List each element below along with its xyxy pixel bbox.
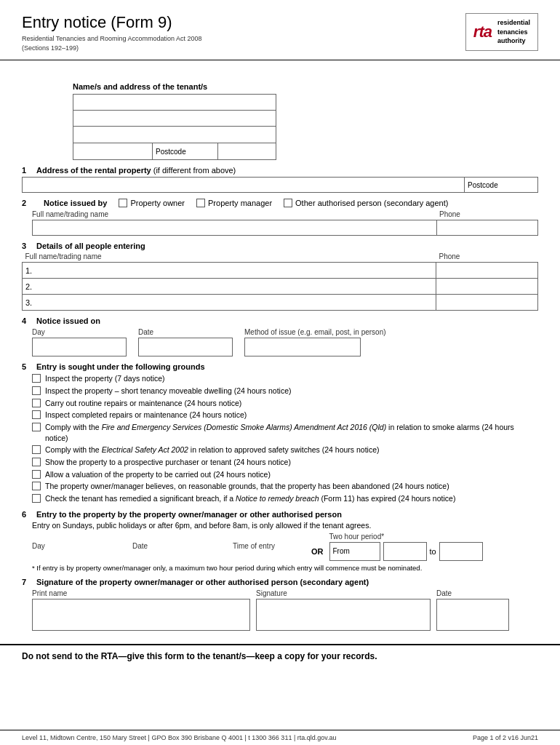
table-row: 2. <box>23 279 538 295</box>
section3-table: Full name/trading name Phone 1. 2. <box>22 252 538 311</box>
section6-time: Time of entry <box>233 542 305 551</box>
ground-1-checkbox[interactable] <box>32 374 41 383</box>
ground-7-text: Show the property to a prospective purch… <box>45 457 291 468</box>
section2-fullname-label: Full name/trading name <box>32 210 108 218</box>
property-manager-label: Property manager <box>208 199 272 207</box>
ground-1-text: Inspect the property (7 days notice) <box>45 373 165 384</box>
section6-date: Date <box>132 542 227 551</box>
other-authorised-label: Other authorised person (secondary agent… <box>295 199 448 207</box>
ground-3-text: Carry out routine repairs or maintenance… <box>45 398 241 409</box>
ground-3-checkbox[interactable] <box>32 399 41 407</box>
footer-page: Page 1 of 2 v16 Jun21 <box>473 734 538 741</box>
section7-signature-field[interactable] <box>256 599 431 631</box>
section4-method: Method of issue (e.g. email, post, in pe… <box>244 328 386 356</box>
section6-day: Day <box>32 542 127 551</box>
section1-postcode-field[interactable] <box>498 177 535 193</box>
section7-print-name: Print name <box>32 589 250 631</box>
ground-7-checkbox[interactable] <box>32 458 41 466</box>
section-1: 1 Address of the rental property (if dif… <box>22 166 538 193</box>
table-row: 3. <box>23 295 538 311</box>
checkbox-other-authorised[interactable]: Other authorised person (secondary agent… <box>284 199 448 207</box>
section1-address-row: Postcode <box>22 177 538 193</box>
section4-date-field[interactable] <box>138 338 233 356</box>
ground-4-text: Inspect completed repairs or maintenance… <box>45 410 247 421</box>
section4-method-field[interactable] <box>244 338 361 356</box>
tenant-row-3[interactable] <box>73 127 276 143</box>
row2-num: 2. <box>23 279 37 295</box>
section6-to-field[interactable] <box>439 542 483 561</box>
list-item: Show the property to a prospective purch… <box>32 457 538 468</box>
section-3: 3 Details of all people entering Full na… <box>22 242 538 311</box>
section2-fullname-field[interactable] <box>32 220 436 236</box>
ground-2-text: Inspect the property – short tenancy mov… <box>45 386 292 397</box>
section7-print-name-field[interactable] <box>32 599 250 631</box>
ground-6-text: Comply with the Electrical Safety Act 20… <box>45 445 380 455</box>
list-item: Allow a valuation of the property to be … <box>32 469 538 480</box>
tenant-row-2[interactable] <box>73 111 276 127</box>
section1-title: Address of the rental property (if diffe… <box>36 166 236 175</box>
section7-date: Date <box>436 589 509 631</box>
section-7: 7 Signature of the property owner/manage… <box>22 578 538 631</box>
ground-8-text: Allow a valuation of the property to be … <box>45 469 271 480</box>
row1-num: 1. <box>23 263 37 279</box>
footer-address: Level 11, Midtown Centre, 150 Mary Stree… <box>22 734 337 741</box>
grounds-list: Inspect the property (7 days notice) Ins… <box>32 373 538 504</box>
ground-10-checkbox[interactable] <box>32 494 41 503</box>
list-item: Inspect the property – short tenancy mov… <box>32 386 538 397</box>
section6-footnote: * If entry is by property owner/manager … <box>32 564 538 572</box>
table-row: 1. <box>23 263 538 279</box>
row2-phone[interactable] <box>436 279 538 295</box>
property-owner-label: Property owner <box>130 199 185 207</box>
tenant-postcode-row: Postcode <box>73 143 276 160</box>
to-label: to <box>430 547 436 556</box>
section7-date-field[interactable] <box>436 599 509 631</box>
row3-phone[interactable] <box>436 295 538 311</box>
list-item: Comply with the Electrical Safety Act 20… <box>32 445 538 455</box>
list-item: The property owner/manager believes, on … <box>32 481 538 492</box>
tenant-postcode-spacer <box>73 143 152 159</box>
section6-from-field[interactable] <box>383 542 427 561</box>
section-6: 6 Entry to the property by the property … <box>22 510 538 572</box>
section3-name-header: Full name/trading name <box>23 252 436 263</box>
address-main-field[interactable] <box>23 178 465 192</box>
section-5: 5 Entry is sought under the following gr… <box>22 362 538 504</box>
tenant-postcode-field[interactable] <box>217 143 276 159</box>
ground-2-checkbox[interactable] <box>32 386 41 395</box>
property-manager-checkbox[interactable] <box>196 199 205 207</box>
section6-two-hour: Two hour period* From to <box>329 533 483 561</box>
property-owner-checkbox[interactable] <box>119 199 127 207</box>
ground-4-checkbox[interactable] <box>32 410 41 419</box>
checkbox-property-owner[interactable]: Property owner <box>119 199 185 207</box>
tenant-fields <box>73 94 276 143</box>
list-item: Comply with the Fire and Emergency Servi… <box>32 422 538 443</box>
row3-name[interactable] <box>37 295 436 311</box>
header-subtitle: Residential Tenancies and Rooming Accomm… <box>22 34 202 52</box>
section2-phone-label: Phone <box>439 210 460 218</box>
ground-8-checkbox[interactable] <box>32 470 41 479</box>
tenant-label: Name/s and address of the tenant/s <box>73 82 538 91</box>
ground-9-checkbox[interactable] <box>32 482 41 490</box>
row1-name[interactable] <box>37 263 436 279</box>
section-2: 2 Notice issued by Property owner Proper… <box>22 199 538 236</box>
row2-name[interactable] <box>37 279 436 295</box>
row1-phone[interactable] <box>436 263 538 279</box>
section2-phone-field[interactable] <box>436 220 538 236</box>
row3-num: 3. <box>23 295 37 311</box>
list-item: Check the tenant has remedied a signific… <box>32 493 538 504</box>
section1-postcode-label: Postcode <box>465 178 537 192</box>
list-item: Inspect the property (7 days notice) <box>32 373 538 384</box>
ground-6-checkbox[interactable] <box>32 445 41 454</box>
list-item: Carry out routine repairs or maintenance… <box>32 398 538 409</box>
ground-5-checkbox[interactable] <box>32 423 41 431</box>
section4-day-field[interactable] <box>32 338 127 356</box>
or-label: OR <box>311 547 324 556</box>
section3-phone-header: Phone <box>436 252 538 263</box>
tenant-address-section: Name/s and address of the tenant/s Postc… <box>73 82 538 160</box>
checkbox-property-manager[interactable]: Property manager <box>196 199 272 207</box>
other-authorised-checkbox[interactable] <box>284 199 292 207</box>
tenant-row-1[interactable] <box>73 95 276 111</box>
do-not-send: Do not send to the RTA—give this form to… <box>0 644 560 667</box>
section-4: 4 Notice issued on Day Date Method of is… <box>22 316 538 356</box>
section4-day: Day <box>32 328 127 356</box>
page-title: Entry notice (Form 9) <box>22 13 202 32</box>
